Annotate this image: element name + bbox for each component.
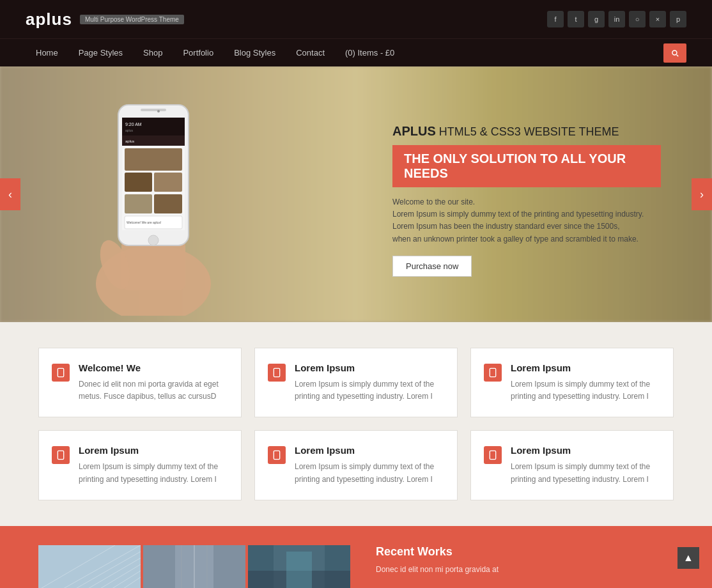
social-github-icon[interactable]: ○ (629, 11, 646, 27)
svg-rect-23 (274, 368, 279, 376)
header: aplus Multi Purpose WordPress Theme f t … (0, 0, 712, 38)
social-linkedin-icon[interactable]: in (608, 11, 625, 27)
hero-description: Welcome to the our site.Lorem Ipsum is s… (392, 196, 661, 245)
svg-text:aplus: aplus (125, 139, 134, 143)
hero-title-rest: HTML5 & CSS3 WEBSITE THEME (436, 125, 619, 138)
feature-title-3: Lorem Ipsum (79, 445, 228, 456)
svg-rect-15 (154, 194, 182, 213)
social-facebook-icon[interactable]: f (547, 11, 564, 27)
social-pinterest-icon[interactable]: p (670, 11, 686, 27)
feature-card-1: Lorem Ipsum Lorem Ipsum is simply dummy … (254, 348, 458, 417)
feature-content-2: Lorem Ipsum Lorem Ipsum is simply dummy … (511, 362, 660, 403)
social-google-icon[interactable]: g (588, 11, 605, 27)
feature-content-3: Lorem Ipsum Lorem Ipsum is simply dummy … (79, 445, 228, 485)
nav-portfolio[interactable]: Portfolio (173, 39, 224, 67)
feature-desc-3: Lorem Ipsum is simply dummy text of the … (79, 461, 228, 485)
purchase-button[interactable]: Purchase now (392, 256, 472, 277)
logo: aplus (26, 10, 72, 29)
svg-rect-5 (122, 118, 185, 135)
feature-content-0: Welcome! We Donec id elit non mi porta g… (79, 362, 228, 403)
recent-work-image-2 (143, 545, 245, 588)
feature-content-4: Lorem Ipsum Lorem Ipsum is simply dummy … (295, 445, 444, 485)
mobile-icon-3 (52, 446, 70, 464)
feature-card-0: Welcome! We Donec id elit non mi porta g… (38, 348, 242, 417)
recent-works-section: ‹ › Recent Works Donec id elit non mi po… (0, 526, 712, 588)
search-icon (670, 49, 679, 58)
hero-subtitle: THE ONLY SOLUTION TO ALL YOUR NEEDS (392, 145, 661, 187)
logo-tagline: Multi Purpose WordPress Theme (80, 15, 184, 24)
svg-rect-12 (125, 173, 152, 192)
recent-work-image-3 (248, 545, 350, 588)
nav-shop[interactable]: Shop (133, 39, 173, 67)
feature-card-5: Lorem Ipsum Lorem Ipsum is simply dummy … (470, 430, 674, 500)
recent-work-image-1 (38, 545, 141, 588)
feature-card-2: Lorem Ipsum Lorem Ipsum is simply dummy … (470, 348, 674, 417)
scroll-to-top-button[interactable]: ▲ (677, 547, 699, 569)
mobile-icon-4 (268, 446, 286, 464)
svg-rect-29 (274, 451, 279, 460)
svg-text:9:20 AM: 9:20 AM (125, 122, 142, 127)
feature-title-2: Lorem Ipsum (511, 362, 660, 373)
svg-rect-21 (58, 368, 63, 376)
mobile-icon-5 (484, 446, 502, 464)
feature-card-3: Lorem Ipsum Lorem Ipsum is simply dummy … (38, 430, 242, 500)
hero-phone-illustration: 9:20 AM aplus aplus Welcome! We are aplu… (64, 86, 243, 316)
main-nav: Home Page Styles Shop Portfolio Blog Sty… (0, 38, 712, 66)
nav-cart[interactable]: (0) Items - £0 (335, 39, 405, 67)
mobile-icon-1 (268, 364, 286, 382)
svg-rect-31 (490, 451, 495, 460)
feature-content-5: Lorem Ipsum Lorem Ipsum is simply dummy … (511, 445, 660, 485)
social-xing-icon[interactable]: × (649, 11, 666, 27)
features-grid: Welcome! We Donec id elit non mi porta g… (38, 348, 674, 500)
recent-works-text: Recent Works Donec id elit non mi porta … (363, 545, 674, 576)
header-left: aplus Multi Purpose WordPress Theme (26, 10, 184, 29)
svg-rect-11 (125, 148, 182, 171)
svg-point-18 (148, 235, 159, 245)
recent-works-title: Recent Works (376, 545, 674, 559)
hero-slider: 9:20 AM aplus aplus Welcome! We are aplu… (0, 66, 712, 322)
feature-desc-4: Lorem Ipsum is simply dummy text of the … (295, 461, 444, 485)
mobile-icon-0 (52, 364, 70, 382)
svg-rect-49 (286, 552, 312, 588)
svg-rect-1 (121, 239, 185, 290)
svg-text:aplus: aplus (125, 128, 133, 132)
svg-rect-13 (154, 173, 182, 192)
recent-works-description: Donec id elit non mi porta gravida at (376, 564, 674, 576)
features-section: Welcome! We Donec id elit non mi porta g… (0, 322, 712, 526)
social-icons: f t g in ○ × p (547, 11, 686, 27)
feature-desc-5: Lorem Ipsum is simply dummy text of the … (511, 461, 660, 485)
feature-desc-2: Lorem Ipsum is simply dummy text of the … (511, 378, 660, 403)
nav-home[interactable]: Home (26, 39, 68, 67)
feature-title-5: Lorem Ipsum (511, 445, 660, 456)
feature-desc-1: Lorem Ipsum is simply dummy text of the … (295, 378, 444, 403)
recent-works-images: ‹ › (38, 545, 350, 588)
hero-text: APLUS HTML5 & CSS3 WEBSITE THEME THE ONL… (392, 124, 661, 277)
search-button[interactable] (663, 43, 686, 63)
social-twitter-icon[interactable]: t (568, 11, 584, 27)
slider-prev-button[interactable]: ‹ (0, 178, 20, 210)
feature-content-1: Lorem Ipsum Lorem Ipsum is simply dummy … (295, 362, 444, 403)
feature-title-1: Lorem Ipsum (295, 362, 444, 373)
nav-page-styles[interactable]: Page Styles (68, 39, 133, 67)
svg-point-20 (157, 110, 160, 112)
feature-card-4: Lorem Ipsum Lorem Ipsum is simply dummy … (254, 430, 458, 500)
feature-title-0: Welcome! We (79, 362, 228, 373)
feature-title-4: Lorem Ipsum (295, 445, 444, 456)
svg-text:Welcome! We are aplus!: Welcome! We are aplus! (127, 220, 161, 224)
nav-contact[interactable]: Contact (286, 39, 335, 67)
svg-rect-14 (125, 194, 152, 213)
feature-desc-0: Donec id elit non mi porta gravida at eg… (79, 378, 228, 403)
svg-rect-27 (58, 451, 63, 460)
mobile-icon-2 (484, 364, 502, 382)
slider-next-button[interactable]: › (692, 178, 712, 210)
hero-title: APLUS HTML5 & CSS3 WEBSITE THEME (392, 124, 661, 139)
hero-brand: APLUS (392, 124, 436, 138)
nav-blog-styles[interactable]: Blog Styles (224, 39, 286, 67)
svg-rect-25 (490, 368, 495, 376)
svg-rect-19 (141, 109, 166, 111)
